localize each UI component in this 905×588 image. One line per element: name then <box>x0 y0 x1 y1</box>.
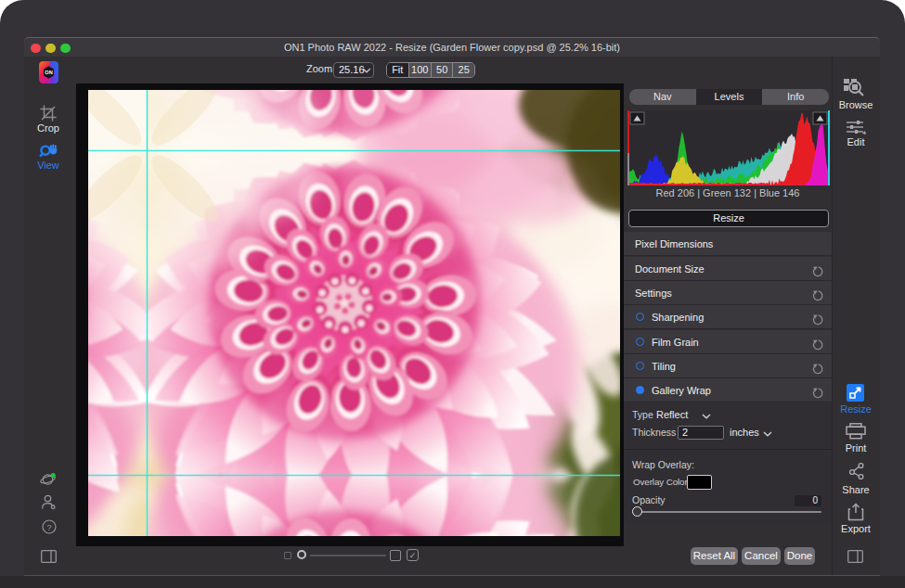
svg-text:ON: ON <box>45 70 52 75</box>
svg-text:?: ? <box>46 522 51 532</box>
